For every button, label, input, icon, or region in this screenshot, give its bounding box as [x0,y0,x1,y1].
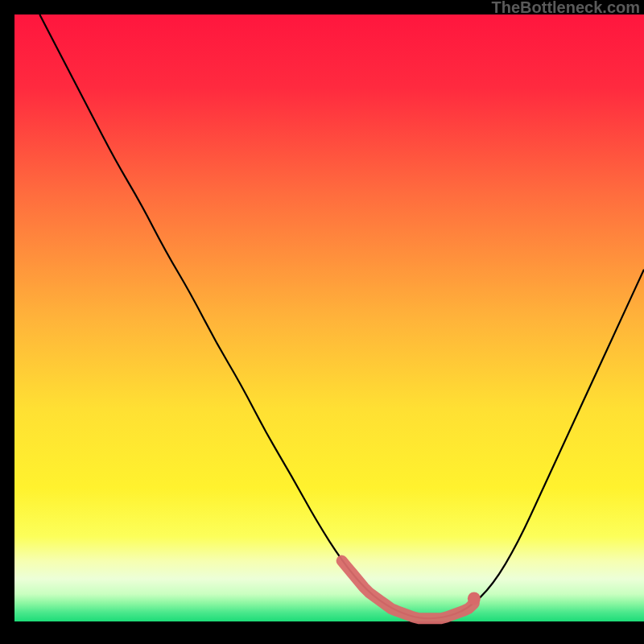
attribution-text: TheBottleneck.com [492,0,640,16]
marker-dot [468,592,481,605]
plot-area [14,14,644,621]
